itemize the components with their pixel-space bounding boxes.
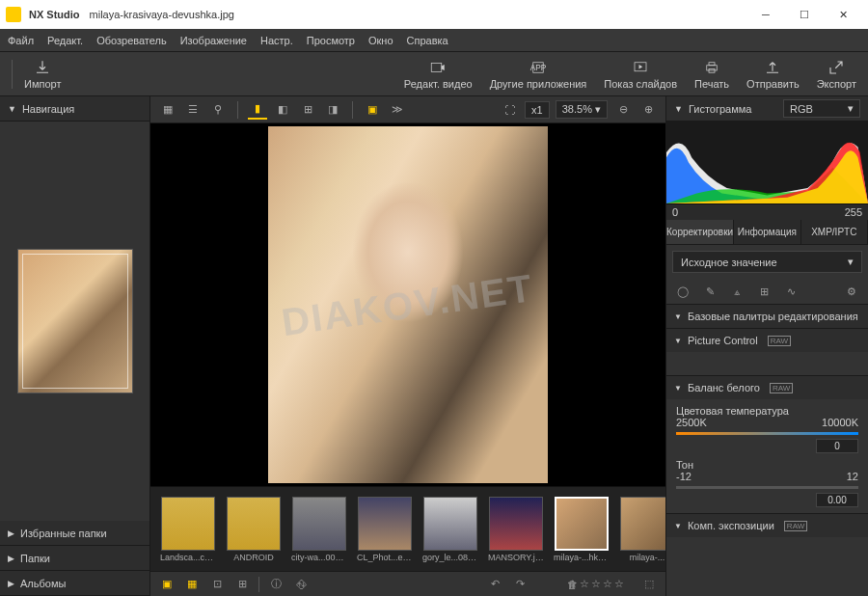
- collapse-icon: ▼: [674, 522, 682, 530]
- raw-badge: RAW: [768, 336, 791, 346]
- map-view-icon[interactable]: ⚲: [208, 100, 228, 120]
- gear-icon[interactable]: ⚙: [843, 283, 860, 300]
- filmstrip-item[interactable]: MANSORY.jpg: [486, 497, 546, 562]
- send-button[interactable]: Отправить: [746, 59, 800, 90]
- curve-icon[interactable]: ∿: [782, 283, 800, 300]
- favorites-header[interactable]: ▶Избранные папки: [0, 521, 149, 546]
- thumb-icon: [423, 497, 477, 551]
- view-toolbar: ▦ ☰ ⚲ ▮ ◧ ⊞ ◨ ▣ ≫ ⛶ x1 38.5% ▾ ⊖ ⊕: [150, 96, 665, 123]
- filmstrip-item[interactable]: CL_Phot...eb.jpg: [355, 497, 415, 562]
- grid-icon[interactable]: ⊞: [233, 576, 251, 593]
- zoom-out-icon[interactable]: ⊖: [613, 100, 633, 120]
- tab-information[interactable]: Информация: [734, 220, 800, 244]
- menu-help[interactable]: Справка: [407, 35, 448, 46]
- zoom-prefix: x1: [525, 101, 550, 119]
- thumb-icon: [292, 497, 346, 551]
- video-icon: [428, 59, 448, 76]
- tone-slider[interactable]: [676, 486, 858, 489]
- sort-icon[interactable]: ⊡: [208, 576, 226, 593]
- import-button[interactable]: Импорт: [24, 59, 61, 90]
- menu-window[interactable]: Окно: [368, 35, 393, 46]
- compare2-icon[interactable]: ◧: [273, 100, 292, 120]
- lasso-icon[interactable]: ◯: [674, 283, 692, 300]
- folder-icon: [161, 497, 215, 551]
- list-view-icon[interactable]: ☰: [183, 100, 203, 120]
- import-label: Импорт: [24, 78, 61, 90]
- filmstrip-item[interactable]: city-wa...006.jpg: [289, 497, 349, 562]
- slideshow-button[interactable]: Показ слайдов: [604, 59, 677, 90]
- single-view-icon[interactable]: ▮: [248, 100, 267, 120]
- white-balance-header[interactable]: ▼Баланс белогоRAW: [666, 376, 868, 399]
- maximize-button[interactable]: ☐: [785, 0, 824, 29]
- layers-icon[interactable]: ▣: [158, 576, 176, 593]
- menu-settings[interactable]: Настр.: [260, 35, 293, 46]
- raw-badge: RAW: [770, 383, 793, 393]
- compare4-icon[interactable]: ⊞: [298, 100, 317, 120]
- picture-control-header[interactable]: ▼Picture ControlRAW: [666, 329, 868, 352]
- close-button[interactable]: ✕: [824, 0, 862, 29]
- collapse-icon: ▼: [674, 337, 682, 345]
- navigation-header[interactable]: ▼Навигация: [0, 96, 149, 122]
- app-logo-icon: [6, 7, 21, 22]
- zoom-value[interactable]: 38.5% ▾: [556, 100, 608, 119]
- menu-image[interactable]: Изображение: [180, 35, 247, 46]
- folders-header[interactable]: ▶Папки: [0, 546, 149, 571]
- thumb-icon: [620, 497, 665, 551]
- filmstrip-item[interactable]: gory_le...080.jpg: [420, 497, 480, 562]
- edit-video-button[interactable]: Редакт. видео: [404, 59, 473, 90]
- menu-file[interactable]: Файл: [8, 35, 34, 46]
- histogram-icon[interactable]: ⛗: [292, 576, 310, 593]
- straighten-icon[interactable]: ⊞: [755, 283, 773, 300]
- menu-browser[interactable]: Обозреватель: [96, 35, 167, 46]
- filmstrip-item[interactable]: milaya-...hka.jpg: [552, 497, 611, 562]
- preset-dropdown[interactable]: Исходное значение▾: [672, 251, 862, 273]
- tone-value[interactable]: 0.00: [816, 493, 858, 507]
- highlight-icon[interactable]: ▣: [363, 100, 382, 120]
- export-button[interactable]: Экспорт: [817, 59, 856, 90]
- filmstrip-item[interactable]: milaya-...: [617, 497, 665, 562]
- play-icon: [631, 59, 650, 76]
- tab-adjustments[interactable]: Корректировки: [666, 220, 734, 244]
- svg-text:APP: APP: [530, 64, 547, 72]
- color-temp-value[interactable]: 0: [816, 439, 858, 453]
- histogram-mode-select[interactable]: RGB▾: [783, 99, 860, 118]
- more-icon[interactable]: ≫: [388, 100, 407, 120]
- upload-icon: [763, 59, 782, 76]
- print-button[interactable]: Печать: [694, 59, 729, 90]
- export-icon: [827, 59, 846, 76]
- titlebar: NX Studio milaya-krasivaya-devushka.jpg …: [0, 0, 868, 29]
- menubar: Файл Редакт. Обозреватель Изображение На…: [0, 29, 868, 52]
- undo-icon[interactable]: ↶: [486, 576, 503, 593]
- left-panel: ▼Навигация ▶Избранные папки ▶Папки ▶Альб…: [0, 96, 150, 596]
- histogram-header[interactable]: ▼ Гистограмма RGB▾: [666, 96, 868, 122]
- zoom-in-icon[interactable]: ⊕: [638, 100, 658, 120]
- before-after-icon[interactable]: ◨: [323, 100, 342, 120]
- star-rating[interactable]: ☆☆☆☆☆: [588, 576, 606, 593]
- base-palettes-header[interactable]: ▼Базовые палитры редактирования: [666, 305, 868, 328]
- raw-badge: RAW: [784, 521, 807, 531]
- filmstrip-item[interactable]: Landsca...ck 125): [158, 497, 218, 562]
- eyedropper-icon[interactable]: ✎: [701, 283, 719, 300]
- menu-view[interactable]: Просмотр: [307, 35, 355, 46]
- image-canvas[interactable]: DIAKOV.NET: [150, 123, 665, 486]
- menu-edit[interactable]: Редакт.: [47, 35, 83, 46]
- tag-icon[interactable]: ⬚: [640, 576, 658, 593]
- collapse-icon: ▼: [674, 104, 683, 114]
- expand-icon: ▶: [8, 528, 14, 538]
- fit-icon[interactable]: ⛶: [500, 100, 519, 120]
- minimize-button[interactable]: ─: [746, 0, 785, 29]
- toolbar: Импорт Редакт. видео APPДругие приложени…: [0, 52, 868, 96]
- redo-icon[interactable]: ↷: [511, 576, 529, 593]
- info-icon[interactable]: ⓘ: [267, 576, 285, 593]
- exposure-comp-header[interactable]: ▼Комп. экспозицииRAW: [666, 514, 868, 537]
- other-apps-button[interactable]: APPДругие приложения: [490, 59, 587, 90]
- crop-icon[interactable]: ⟁: [728, 283, 746, 300]
- navigator-thumbnail[interactable]: [17, 249, 133, 393]
- svg-rect-4: [707, 65, 718, 69]
- color-temp-slider[interactable]: [676, 432, 858, 435]
- filmstrip-item[interactable]: ANDROID: [224, 497, 284, 562]
- tab-xmp-iptc[interactable]: XMP/IPTC: [801, 220, 868, 244]
- stack-icon[interactable]: ▦: [183, 576, 201, 593]
- grid-view-icon[interactable]: ▦: [158, 100, 177, 120]
- albums-header[interactable]: ▶Альбомы: [0, 571, 149, 596]
